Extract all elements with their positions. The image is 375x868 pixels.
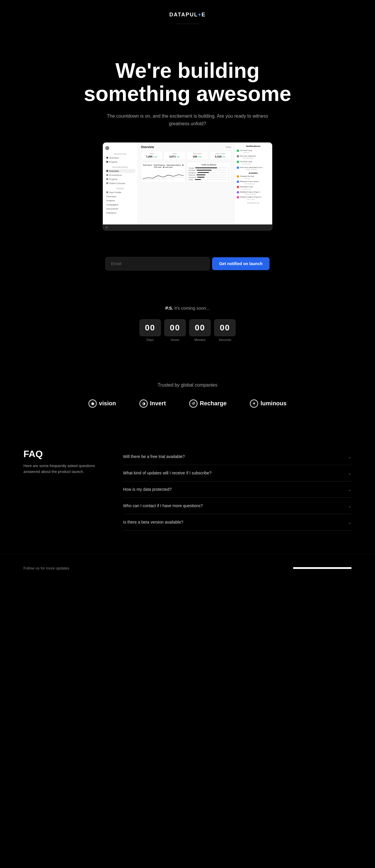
luminous-label: luminous bbox=[260, 400, 287, 407]
db-traffic-google: Google — bbox=[189, 167, 229, 169]
db-activity-5: Deleted a page in Project X. Feb 2, 2024 bbox=[237, 196, 270, 200]
db-nav-ecommerce: eCommerce bbox=[105, 173, 135, 177]
notif-dot-icon bbox=[237, 155, 239, 157]
recharge-label: Recharge bbox=[200, 400, 227, 407]
faq-question-2: What kind of updates will I receive if I… bbox=[123, 471, 211, 475]
faq-section: FAQ Here are some frequently asked quest… bbox=[0, 431, 375, 554]
db-contacts-label: Contacts bbox=[237, 202, 270, 204]
db-activities-title: Activities bbox=[237, 172, 270, 174]
chevron-down-icon: ⌄ bbox=[348, 454, 351, 460]
chevron-down-icon: ⌄ bbox=[348, 503, 351, 508]
notify-button[interactable]: Get notified on launch bbox=[212, 257, 269, 270]
faq-item-2[interactable]: What kind of updates will I receive if I… bbox=[123, 465, 351, 482]
db-activity-2: Released a new version. 59 minutes ago bbox=[237, 181, 270, 185]
square-icon bbox=[106, 182, 108, 184]
luminous-icon: ✦ bbox=[250, 400, 258, 408]
countdown-hours-value: 00 bbox=[164, 319, 186, 336]
db-traffic-facebook: Facebook — bbox=[189, 176, 229, 179]
logo-invert: ◑ Invert bbox=[140, 400, 166, 408]
db-nav-p-overview: Overview bbox=[105, 195, 135, 198]
hero-title-line2: something awesome bbox=[84, 82, 291, 105]
email-input[interactable] bbox=[106, 257, 210, 271]
db-notif-title: Notifications bbox=[237, 145, 270, 148]
countdown-seconds: 00 Seconds bbox=[214, 319, 235, 342]
db-avatar bbox=[105, 146, 109, 150]
db-nav-documents: Documents bbox=[105, 207, 135, 211]
activity-avatar-icon bbox=[237, 186, 239, 188]
db-notif-3: You fixed a bug. 12 hours ago bbox=[237, 160, 270, 164]
db-activity-4: Modified A data in Page X. Today, 11:59 … bbox=[237, 191, 270, 195]
db-chart-area: Total Users Total Projects Operating Sta… bbox=[141, 162, 231, 183]
dashboard-inner: Andrew Favorites Overview Projects Dashb… bbox=[103, 143, 272, 230]
db-nav-profile: User Profile bbox=[105, 190, 135, 194]
db-main-header: Overview Today bbox=[141, 146, 231, 149]
footer-follow-text: Follow us for more updates bbox=[24, 566, 69, 570]
db-stat-activeusers: Active Users 2,318+6%↑ bbox=[209, 151, 231, 160]
faq-item-5[interactable]: Is there a beta version available? ⌄ bbox=[123, 514, 351, 531]
activity-avatar-icon bbox=[237, 196, 239, 198]
db-stat-newusers: New Users 156+15%↑ bbox=[186, 151, 208, 160]
chevron-down-icon: ⌄ bbox=[348, 487, 351, 492]
db-bottom-bar bbox=[103, 224, 272, 230]
bottom-dot-icon bbox=[106, 226, 108, 228]
footer: Follow us for more updates bbox=[0, 554, 375, 582]
countdown-row: 00 Days 00 Hours 00 Minutes 00 Seconds bbox=[0, 319, 375, 342]
faq-item-3[interactable]: How is my data protected? ⌄ bbox=[123, 482, 351, 498]
notif-dot-icon bbox=[237, 166, 239, 169]
faq-item-1[interactable]: Will there be a free trial available? ⌄ bbox=[123, 448, 351, 465]
activity-avatar-icon bbox=[237, 191, 239, 193]
db-traffic-instagram: Instagram — bbox=[189, 172, 229, 174]
countdown-minutes-value: 00 bbox=[189, 319, 211, 336]
db-stat-views: Views 7,265+11%↑ bbox=[141, 151, 163, 160]
logos-row: ◉ vision ◑ Invert ↺ Recharge ✦ luminous bbox=[0, 400, 375, 408]
db-nav-campaigns: Campaigns bbox=[105, 203, 135, 207]
countdown-days: 00 Days bbox=[140, 319, 161, 342]
faq-item-4[interactable]: Who can I contact if I have more questio… bbox=[123, 498, 351, 514]
faq-question-5: Is there a beta version available? bbox=[123, 520, 183, 524]
invert-label: Invert bbox=[150, 400, 166, 407]
db-nav-dashboards: Dashboards Overview eCommerce Projects O… bbox=[105, 166, 135, 185]
countdown-seconds-label: Seconds bbox=[219, 338, 231, 342]
ps-body: It's coming soon... bbox=[174, 306, 209, 310]
db-stats-row: Views 7,265+11%↑ Visits 3,671+0%↑ New Us… bbox=[141, 151, 231, 160]
trusted-title: Trusted by global companies bbox=[0, 382, 375, 388]
db-notif-1: You fixed a bug. Just now bbox=[237, 149, 270, 153]
ps-text: P.S. It's coming soon... bbox=[0, 306, 375, 310]
trusted-section: Trusted by global companies ◉ vision ◑ I… bbox=[0, 365, 375, 431]
db-breadcrumb: Today bbox=[226, 146, 231, 148]
countdown-minutes: 00 Minutes bbox=[189, 319, 211, 342]
countdown-seconds-value: 00 bbox=[214, 319, 235, 336]
db-username: Andrew bbox=[111, 147, 119, 149]
countdown-minutes-label: Minutes bbox=[194, 338, 206, 342]
db-sidebar: Andrew Favorites Overview Projects Dashb… bbox=[103, 143, 138, 224]
db-nav-pages: Pages User Profile Overview Projects Cam… bbox=[105, 188, 135, 215]
db-stat-visits: Visits 3,671+0%↑ bbox=[164, 151, 185, 160]
ps-strong: P.S. bbox=[165, 306, 173, 310]
faq-heading: FAQ bbox=[24, 448, 106, 460]
dot-icon bbox=[106, 157, 108, 159]
db-nav-online: Online Courses bbox=[105, 181, 135, 185]
logo-plus: + bbox=[198, 12, 202, 18]
vision-label: vision bbox=[99, 400, 116, 407]
db-nav-projects2: Projects bbox=[105, 177, 135, 181]
countdown-hours: 00 Hours bbox=[164, 319, 186, 342]
dashboard-mockup: Andrew Favorites Overview Projects Dashb… bbox=[103, 143, 272, 224]
hero-section: We're building something awesome The cou… bbox=[0, 41, 375, 254]
countdown-hours-label: Hours bbox=[171, 338, 179, 342]
dot-icon bbox=[106, 161, 108, 163]
db-notif-2: New user registered. 59 minutes ago bbox=[237, 155, 270, 159]
db-user-row: Andrew bbox=[105, 146, 135, 150]
nav-divider bbox=[176, 24, 199, 24]
db-nav-overview2: Overview bbox=[105, 169, 135, 173]
line-chart-svg bbox=[143, 169, 184, 182]
db-traffic-pinterest: Pinterest — bbox=[189, 174, 229, 176]
logo: DATAPUL+E bbox=[169, 12, 206, 18]
logo-suffix: E bbox=[202, 12, 206, 18]
countdown-days-label: Days bbox=[146, 338, 154, 342]
recharge-icon: ↺ bbox=[189, 400, 198, 408]
hero-subtitle: The countdown is on, and the excitement … bbox=[106, 113, 269, 127]
invert-icon: ◑ bbox=[140, 400, 148, 408]
vision-icon: ◉ bbox=[88, 400, 97, 408]
db-activity-3: Submitted a bug. 12 hours ago bbox=[237, 186, 270, 190]
countdown-days-value: 00 bbox=[140, 319, 161, 336]
